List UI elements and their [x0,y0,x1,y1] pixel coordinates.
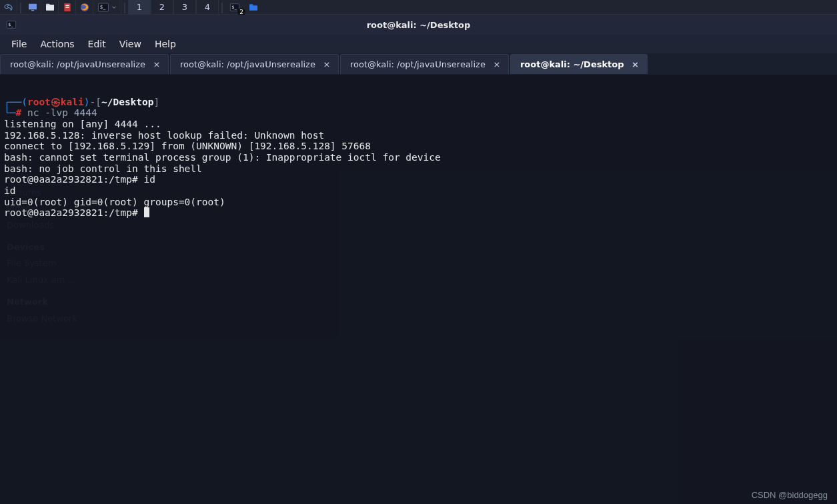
svg-rect-5 [65,5,69,5]
menu-view[interactable]: View [113,36,147,52]
prompt-hash: # [15,107,21,118]
output-line: uid=0(root) gid=0(root) groups=0(root) [4,197,225,207]
workspace-1[interactable]: 1 [128,0,151,15]
svg-text:$_: $_ [231,5,237,10]
workspace-2[interactable]: 2 [151,0,173,15]
typed-command: nc -lvp 4444 [27,107,97,118]
tab-close-icon[interactable]: × [152,60,161,69]
prompt-dash: -[ [90,97,101,107]
task-terminal-icon[interactable]: $_ 2 [225,0,244,15]
terminal-cursor [144,207,149,217]
panel-separator: | [121,0,128,15]
output-line: 192.168.5.128: inverse host lookup faile… [4,130,324,141]
output-line: listening on [any] 4444 ... [4,119,161,129]
prompt-close-paren: ) [84,97,90,107]
prompt-user: root [27,97,51,107]
prompt-open: ┌──( [4,97,27,107]
file-manager-launcher-icon[interactable] [41,0,59,15]
tab-label: root@kali: /opt/javaUnserealize [350,59,486,69]
remote-prompt: root@0aa2a2932821:/tmp# [4,207,144,218]
menu-help[interactable]: Help [149,36,182,52]
menubar: File Actions Edit View Help [0,35,837,53]
workspace-4[interactable]: 4 [196,0,219,15]
terminal-tab-1[interactable]: root@kali: /opt/javaUnserealize × [0,54,169,74]
tab-label: root@kali: /opt/javaUnserealize [180,59,315,69]
prompt-at: ㉿ [51,97,61,107]
tab-close-icon[interactable]: × [631,60,640,69]
firefox-launcher-icon[interactable] [76,0,93,15]
output-line: bash: no job control in this shell [4,163,202,174]
tab-label: root@kali: ~/Desktop [520,59,624,69]
panel-separator: | [219,0,225,15]
prompt-close-br: ] [154,97,160,107]
prompt-host: kali [61,97,84,107]
svg-text:$_: $_ [99,4,105,10]
terminal-tabbar: root@kali: /opt/javaUnserealize × root@k… [0,53,837,75]
svg-rect-13 [249,4,253,6]
terminal-tab-2[interactable]: root@kali: /opt/javaUnserealize × [170,54,339,74]
window-title: root@kali: ~/Desktop [367,20,471,30]
terminal-tab-4[interactable]: root@kali: ~/Desktop × [510,54,648,74]
show-desktop-icon[interactable] [24,0,41,15]
terminal-viewport[interactable]: Music Pictures Videos Downloads Devices … [0,75,837,504]
svg-rect-3 [46,3,49,5]
menu-file[interactable]: File [5,36,33,52]
menu-edit[interactable]: Edit [82,36,112,52]
window-titlebar[interactable]: $_ root@kali: ~/Desktop [0,15,837,35]
output-line: id [4,185,15,196]
tab-label: root@kali: /opt/javaUnserealize [10,59,145,69]
workspace-switcher: 1 2 3 4 [128,0,219,15]
svg-rect-6 [65,7,69,7]
top-panel: | $_ | 1 2 3 4 | $_ 2 [0,0,837,15]
terminal-output-area[interactable]: ┌──(root㉿kali)-[~/Desktop] └─# nc -lvp 4… [0,75,837,241]
terminal-launcher-icon[interactable]: $_ [93,0,121,15]
terminal-tab-3[interactable]: root@kali: /opt/javaUnserealize × [340,54,509,74]
window-app-icon: $_ [5,19,17,31]
kali-menu-icon[interactable] [0,0,17,15]
output-line: root@0aa2a2932821:/tmp# id [4,174,155,185]
task-list: $_ 2 [225,0,263,15]
tab-close-icon[interactable]: × [322,60,331,69]
prompt-cwd: ~/Desktop [101,97,154,107]
output-line: connect to [192.168.5.129] from (UNKNOWN… [4,141,371,151]
watermark-text: CSDN @biddogegg [752,490,828,500]
task-folder-icon[interactable] [244,0,263,15]
svg-rect-1 [31,10,34,11]
workspace-3[interactable]: 3 [173,0,196,15]
svg-rect-0 [29,3,37,9]
tab-close-icon[interactable]: × [492,60,502,69]
panel-separator: | [17,0,24,15]
prompt-line2: └─ [4,107,15,118]
output-line: bash: cannot set terminal process group … [4,152,441,163]
text-editor-launcher-icon[interactable] [59,0,76,15]
menu-actions[interactable]: Actions [34,36,80,52]
svg-text:$_: $_ [8,22,13,27]
